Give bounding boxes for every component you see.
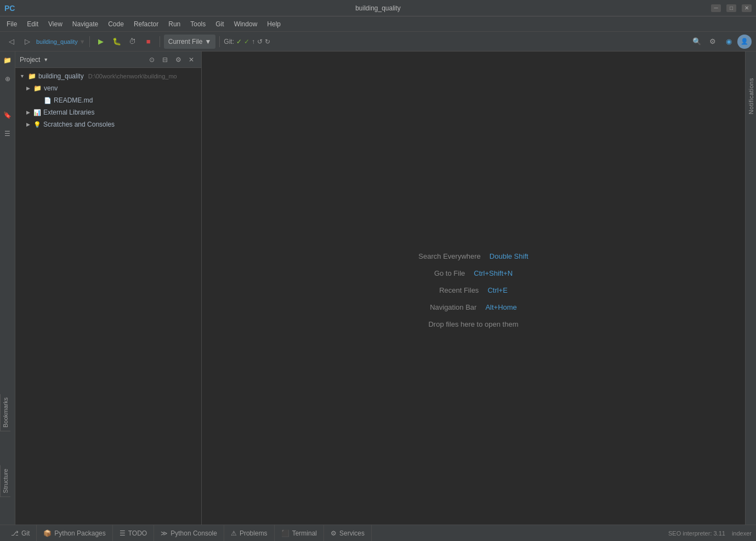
menu-item-navigate[interactable]: Navigate: [68, 19, 103, 30]
git-undo-icon: ↺: [257, 38, 263, 45]
hint5-drop: Drop files here to open them: [428, 320, 518, 328]
root-folder-icon: 📁: [28, 72, 36, 80]
sidebar-bookmark-icon[interactable]: 🔖: [1, 109, 14, 122]
terminal-tab-label: Terminal: [292, 529, 317, 537]
tree-venv[interactable]: ▶ 📁 venv: [15, 82, 201, 94]
menu-item-edit[interactable]: Edit: [22, 19, 43, 30]
project-panel-arrow: ▼: [43, 57, 48, 62]
search-button[interactable]: 🔍: [690, 35, 704, 49]
toolbar-sep1: [89, 36, 90, 47]
tree-ext-lib[interactable]: ▶ 📊 External Libraries: [15, 106, 201, 118]
run-button[interactable]: ▶: [94, 35, 108, 49]
project-locate-icon[interactable]: ⊙: [146, 54, 157, 65]
right-sidebar: Notifications: [745, 52, 756, 525]
current-file-dropdown[interactable]: Current File ▼: [164, 35, 216, 49]
menu-bar: FileEditViewNavigateCodeRefactorRunTools…: [0, 16, 756, 32]
toolbar-sep2: [160, 36, 160, 47]
tab-terminal[interactable]: ⬛ Terminal: [275, 525, 324, 541]
project-header: Project ▼ ⊙ ⊟ ⚙ ✕: [15, 52, 201, 68]
minimize-button[interactable]: ─: [711, 4, 721, 12]
extlib-icon: 📊: [33, 109, 41, 116]
title-bar-right: ─ □ ✕: [711, 4, 752, 12]
root-arrow-icon: ▼: [20, 73, 25, 79]
bookmarks-sidebar-label[interactable]: Bookmarks: [0, 394, 10, 431]
hint2-shortcut: Ctrl+Shift+N: [474, 269, 513, 277]
tree-readme[interactable]: 📄 README.md: [15, 94, 201, 106]
tree-scratches[interactable]: ▶ 💡 Scratches and Consoles: [15, 118, 201, 130]
close-button[interactable]: ✕: [742, 4, 752, 12]
forward-button[interactable]: ▷: [20, 35, 35, 49]
scratch-icon: 💡: [33, 121, 41, 128]
git-section: Git: ✓ ✓ ↑ ↺ ↻: [224, 38, 270, 45]
structure-sidebar-label[interactable]: Structure: [0, 465, 10, 497]
title-bar: PC building_quality ─ □ ✕: [0, 0, 756, 16]
settings-button[interactable]: ⚙: [706, 35, 720, 49]
maximize-button[interactable]: □: [726, 4, 736, 12]
project-gear-icon[interactable]: ⚙: [173, 54, 184, 65]
project-name-label[interactable]: building_quality: [36, 38, 78, 45]
sidebar-project-icon[interactable]: 📁: [1, 54, 14, 67]
git-redo-icon: ↻: [265, 38, 270, 45]
scratch-arrow-icon: ▶: [26, 122, 30, 127]
avatar-icon: 👤: [741, 38, 748, 45]
tree-root[interactable]: ▼ 📁 building_quality D:\00work\chenwork\…: [15, 70, 201, 82]
debug-button[interactable]: 🐛: [110, 35, 124, 49]
project-collapse-icon[interactable]: ⊟: [160, 54, 170, 65]
interpreter-label[interactable]: SEO interpreter: 3.11: [668, 530, 725, 537]
profile-button[interactable]: ⏱: [126, 35, 140, 49]
python-packages-tab-icon: 📦: [43, 529, 52, 537]
menu-item-window[interactable]: Window: [230, 19, 262, 30]
python-packages-tab-label: Python Packages: [54, 529, 105, 537]
bottom-right: SEO interpreter: 3.11 indexer: [668, 530, 752, 537]
problems-tab-icon: ⚠: [231, 529, 237, 537]
readme-file-icon: 📄: [44, 97, 52, 104]
tab-todo[interactable]: ☰ TODO: [113, 525, 154, 541]
tab-problems[interactable]: ⚠ Problems: [224, 525, 275, 541]
tab-python-packages[interactable]: 📦 Python Packages: [37, 525, 112, 541]
back-button[interactable]: ◁: [4, 35, 19, 49]
sidebar-structure-icon[interactable]: ☰: [1, 127, 14, 140]
menu-item-file[interactable]: File: [2, 19, 21, 30]
git-branch-icon: ↑: [252, 38, 255, 45]
project-header-left: Project ▼: [20, 56, 48, 64]
readme-label: README.md: [54, 96, 93, 104]
tab-git[interactable]: ⎇ Git: [4, 525, 37, 541]
services-tab-label: Services: [339, 529, 365, 537]
toolbar-sep3: [219, 36, 220, 47]
python-console-tab-label: Python Console: [170, 529, 217, 537]
menu-item-git[interactable]: Git: [211, 19, 228, 30]
sidebar-commit-icon[interactable]: ⊕: [1, 72, 14, 86]
sidebar-icons: 📁 ⊕ 🔖 ☰: [0, 52, 15, 525]
project-close-icon[interactable]: ✕: [186, 54, 197, 65]
menu-item-code[interactable]: Code: [104, 19, 128, 30]
editor-area: Search Everywhere Double Shift Go to Fil…: [202, 52, 745, 525]
hint-recent: Recent Files Ctrl+E: [439, 286, 508, 294]
bottom-bar: ⎇ Git 📦 Python Packages ☰ TODO ≫ Python …: [0, 525, 756, 541]
root-path: D:\00work\chenwork\building_mo: [88, 73, 177, 79]
terminal-tab-icon: ⬛: [281, 529, 289, 537]
title-bar-left: PC: [4, 4, 15, 13]
todo-tab-label: TODO: [128, 529, 147, 537]
project-panel-title: Project: [20, 56, 40, 64]
menu-item-run[interactable]: Run: [164, 19, 185, 30]
tab-python-console[interactable]: ≫ Python Console: [154, 525, 224, 541]
services-tab-icon: ⚙: [331, 529, 337, 537]
toolbar-left: ◁ ▷ building_quality ▼: [4, 35, 86, 49]
menu-item-refactor[interactable]: Refactor: [129, 19, 163, 30]
git-check-icon: ✓: [236, 38, 242, 45]
tab-services[interactable]: ⚙ Services: [324, 525, 372, 541]
indexing-label: indexer: [732, 530, 752, 537]
root-label: building_quality: [38, 72, 84, 80]
stop-button[interactable]: ■: [141, 35, 156, 49]
extlib-label: External Libraries: [43, 109, 94, 116]
bottom-tabs: ⎇ Git 📦 Python Packages ☰ TODO ≫ Python …: [4, 525, 372, 541]
venv-folder-icon: 📁: [33, 84, 42, 92]
menu-item-help[interactable]: Help: [263, 19, 285, 30]
todo-tab-icon: ☰: [120, 529, 126, 537]
menu-item-view[interactable]: View: [44, 19, 67, 30]
user-avatar[interactable]: 👤: [737, 35, 752, 49]
notifications-label[interactable]: Notifications: [747, 73, 755, 118]
toolbar-right: 🔍 ⚙ ◉ 👤: [690, 35, 752, 49]
theme-button[interactable]: ◉: [721, 35, 736, 49]
menu-item-tools[interactable]: Tools: [186, 19, 210, 30]
